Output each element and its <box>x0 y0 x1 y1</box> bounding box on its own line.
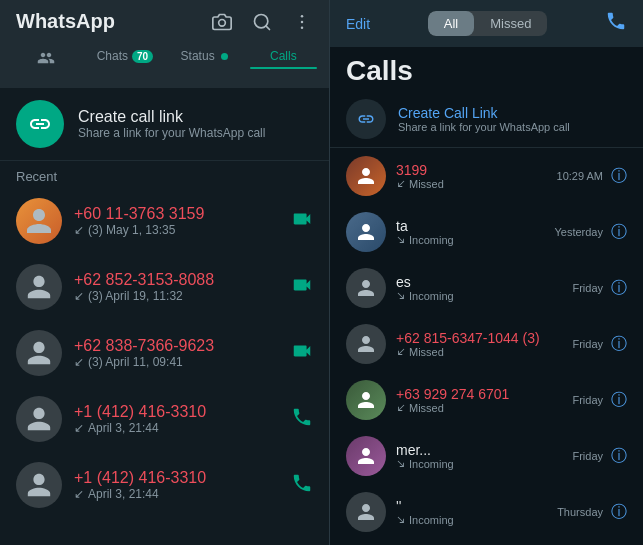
right-call-time: Yesterday <box>554 226 603 238</box>
tab-chats[interactable]: Chats 70 <box>87 43 162 82</box>
new-call-icon[interactable] <box>605 10 627 37</box>
edit-button[interactable]: Edit <box>346 16 370 32</box>
right-link-text: Create Call Link Share a link for your W… <box>398 105 570 133</box>
tab-all[interactable]: All <box>428 11 474 36</box>
right-create-link[interactable]: Create Call Link Share a link for your W… <box>330 91 643 148</box>
call-detail: ↙ (3) April 11, 09:41 <box>74 355 279 369</box>
tab-status[interactable]: Status <box>167 43 242 82</box>
right-call-name: es <box>396 274 562 290</box>
create-call-link[interactable]: Create call link Share a link for your W… <box>0 88 329 161</box>
call-number: +62 852-3153-8088 <box>74 271 279 289</box>
right-header: Edit All Missed <box>330 0 643 47</box>
right-call-right: 10:29 AM ⓘ <box>557 166 627 187</box>
calls-tab-underline <box>250 67 317 69</box>
right-call-right: Friday ⓘ <box>572 446 627 467</box>
link-icon <box>16 100 64 148</box>
avatar <box>346 380 386 420</box>
create-link-sub-label: Share a link for your WhatsApp call <box>78 126 265 140</box>
right-link-icon <box>346 99 386 139</box>
info-icon[interactable]: ⓘ <box>611 166 627 187</box>
tab-calls[interactable]: Calls <box>246 43 321 82</box>
right-call-name: +63 929 274 6701 <box>396 386 562 402</box>
info-icon[interactable]: ⓘ <box>611 446 627 467</box>
create-link-text: Create call link Share a link for your W… <box>78 108 265 140</box>
call-item[interactable]: +60 11-3763 3159 ↙ (3) May 1, 13:35 <box>0 188 329 254</box>
right-call-time: Friday <box>572 450 603 462</box>
call-detail: ↙ (3) April 19, 11:32 <box>74 289 279 303</box>
call-detail: ↙ (3) May 1, 13:35 <box>74 223 279 237</box>
info-icon[interactable]: ⓘ <box>611 278 627 299</box>
right-link-sub: Share a link for your WhatsApp call <box>398 121 570 133</box>
call-number: +1 (412) 416-3310 <box>74 403 279 421</box>
right-call-item[interactable]: Tim... Incoming Thursday ⓘ <box>330 540 643 545</box>
missed-arrow-icon: ↙ <box>74 421 84 435</box>
right-call-sub: Missed <box>396 402 562 414</box>
avatar <box>346 324 386 364</box>
call-item[interactable]: +1 (412) 416-3310 ↙ April 3, 21:44 <box>0 452 329 518</box>
right-call-item[interactable]: ta Incoming Yesterday ⓘ <box>330 204 643 260</box>
video-call-icon[interactable] <box>291 274 313 301</box>
right-call-name: ta <box>396 218 544 234</box>
right-call-item[interactable]: 3199 Missed 10:29 AM ⓘ <box>330 148 643 204</box>
info-icon[interactable]: ⓘ <box>611 390 627 411</box>
video-call-icon[interactable] <box>291 340 313 367</box>
call-info: +1 (412) 416-3310 ↙ April 3, 21:44 <box>74 469 279 501</box>
call-number: +1 (412) 416-3310 <box>74 469 279 487</box>
avatar <box>16 264 62 310</box>
svg-point-4 <box>301 20 304 23</box>
contacts-tab-underline <box>12 76 79 78</box>
right-call-time: Thursday <box>557 506 603 518</box>
right-call-sub: Missed <box>396 346 562 358</box>
voice-call-icon[interactable] <box>291 472 313 499</box>
status-dot <box>221 53 228 60</box>
right-call-time: 10:29 AM <box>557 170 603 182</box>
avatar <box>346 212 386 252</box>
calls-tab-label: Calls <box>270 49 297 63</box>
avatar <box>16 396 62 442</box>
chats-tab-underline <box>91 67 158 69</box>
avatar <box>16 462 62 508</box>
right-call-info: '' Incoming <box>396 498 547 526</box>
camera-icon[interactable] <box>211 11 233 33</box>
right-call-name: '' <box>396 498 547 514</box>
call-list: +60 11-3763 3159 ↙ (3) May 1, 13:35 +62 … <box>0 188 329 545</box>
right-call-item[interactable]: mer... Incoming Friday ⓘ <box>330 428 643 484</box>
tab-missed[interactable]: Missed <box>474 11 547 36</box>
right-call-item[interactable]: +63 929 274 6701 Missed Friday ⓘ <box>330 372 643 428</box>
status-tab-label: Status <box>181 49 215 63</box>
call-item[interactable]: +62 852-3153-8088 ↙ (3) April 19, 11:32 <box>0 254 329 320</box>
right-call-right: Yesterday ⓘ <box>554 222 627 243</box>
right-call-item[interactable]: '' Incoming Thursday ⓘ <box>330 484 643 540</box>
info-icon[interactable]: ⓘ <box>611 502 627 523</box>
call-item[interactable]: +62 838-7366-9623 ↙ (3) April 11, 09:41 <box>0 320 329 386</box>
right-call-time: Friday <box>572 338 603 350</box>
video-call-icon[interactable] <box>291 208 313 235</box>
right-call-info: +62 815-6347-1044 (3) Missed <box>396 330 562 358</box>
right-call-item[interactable]: +62 815-6347-1044 (3) Missed Friday ⓘ <box>330 316 643 372</box>
right-call-right: Friday ⓘ <box>572 334 627 355</box>
info-icon[interactable]: ⓘ <box>611 222 627 243</box>
right-call-item[interactable]: es Incoming Friday ⓘ <box>330 260 643 316</box>
right-call-sub: Incoming <box>396 458 562 470</box>
right-call-name: 3199 <box>396 162 547 178</box>
avatar <box>346 268 386 308</box>
right-call-info: ta Incoming <box>396 218 544 246</box>
right-call-sub: Incoming <box>396 514 547 526</box>
search-icon[interactable] <box>251 11 273 33</box>
call-item[interactable]: +1 (412) 416-3310 ↙ April 3, 21:44 <box>0 386 329 452</box>
right-call-sub: Incoming <box>396 234 544 246</box>
tab-contacts[interactable] <box>8 43 83 82</box>
avatar <box>346 156 386 196</box>
menu-icon[interactable] <box>291 11 313 33</box>
right-call-right: Thursday ⓘ <box>557 502 627 523</box>
right-panel: Edit All Missed Calls Create Call Link S… <box>330 0 643 545</box>
avatar <box>16 330 62 376</box>
info-icon[interactable]: ⓘ <box>611 334 627 355</box>
right-title: Calls <box>330 47 643 91</box>
avatar <box>16 198 62 244</box>
right-call-info: es Incoming <box>396 274 562 302</box>
right-call-time: Friday <box>572 394 603 406</box>
call-number: +62 838-7366-9623 <box>74 337 279 355</box>
voice-call-icon[interactable] <box>291 406 313 433</box>
filter-tabs: All Missed <box>428 11 548 36</box>
